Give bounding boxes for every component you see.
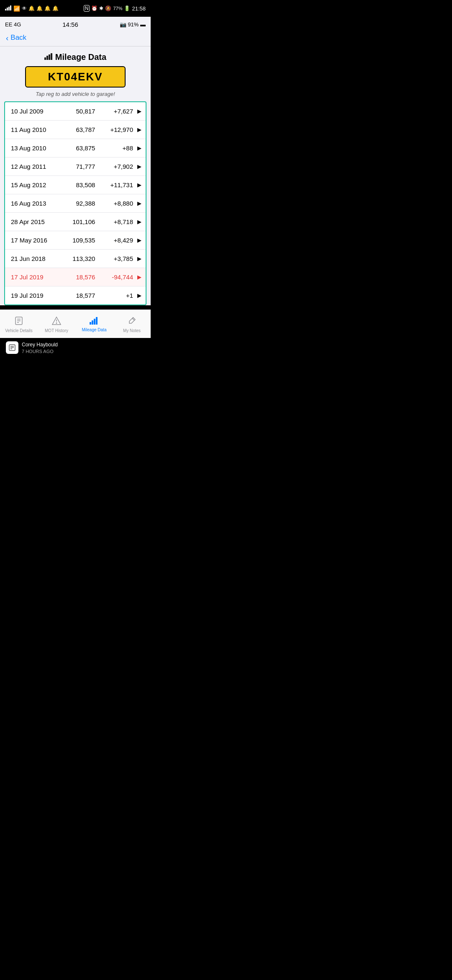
svg-rect-7: [51, 53, 52, 60]
arrow-icon: ▶: [133, 126, 141, 133]
battery-icon-phone: 📷: [120, 21, 126, 28]
table-row[interactable]: 13 Aug 2010 63,875 +88 ▶: [5, 139, 146, 157]
cell-change: +1: [95, 292, 133, 299]
bell4-icon: 🔔: [52, 5, 59, 11]
svg-rect-5: [46, 56, 48, 60]
cell-mileage: 63,875: [57, 144, 95, 152]
cell-date: 13 Aug 2010: [11, 144, 57, 152]
svg-rect-1: [7, 8, 8, 10]
mileage-data-label: Mileage Data: [82, 328, 107, 332]
phone-time: 14:56: [62, 21, 78, 28]
arrow-icon: ▶: [133, 237, 141, 243]
svg-point-14: [56, 322, 56, 323]
arrow-icon: ▶: [133, 255, 141, 262]
cell-change: +7,627: [95, 108, 133, 115]
cell-mileage: 92,388: [57, 200, 95, 207]
cell-mileage: 71,777: [57, 163, 95, 170]
battery-icon: 🔋: [124, 5, 130, 11]
cell-date: 10 Jul 2009: [11, 108, 57, 115]
table-row[interactable]: 28 Apr 2015 101,106 +8,718 ▶: [5, 213, 146, 231]
svg-rect-3: [10, 5, 11, 10]
cell-mileage: 18,577: [57, 292, 95, 299]
my-notes-label: My Notes: [123, 328, 141, 333]
arrow-icon: ▶: [133, 108, 141, 114]
svg-rect-0: [5, 9, 6, 10]
table-row[interactable]: 11 Aug 2010 63,787 +12,970 ▶: [5, 121, 146, 139]
cell-change: -94,744: [95, 273, 133, 281]
bell2-icon: 🔔: [36, 5, 43, 11]
cell-change: +8,718: [95, 218, 133, 225]
arrow-icon: ▶: [133, 274, 141, 280]
cell-mileage: 18,576: [57, 273, 95, 281]
vehicle-details-icon: [14, 316, 23, 327]
notification-strip: Corey Haybould 7 HOURS AGO: [0, 338, 151, 357]
svg-rect-18: [96, 317, 98, 325]
cell-date: 21 Jun 2018: [11, 255, 57, 262]
svg-rect-6: [49, 54, 50, 60]
arrow-icon: ▶: [133, 292, 141, 299]
svg-rect-17: [94, 319, 95, 325]
notif-app-name: Corey Haybould: [22, 341, 58, 348]
bluetooth-icon: ✱: [99, 5, 103, 11]
cell-change: +88: [95, 144, 133, 152]
cell-date: 17 Jul 2019: [11, 273, 57, 281]
wifi-icon: 📶: [13, 5, 20, 12]
back-chevron-icon: ‹: [6, 34, 8, 42]
table-row[interactable]: 17 May 2016 109,535 +8,429 ▶: [5, 231, 146, 250]
cell-mileage: 63,787: [57, 126, 95, 133]
table-row[interactable]: 10 Jul 2009 50,817 +7,627 ▶: [5, 102, 146, 121]
table-row[interactable]: 16 Aug 2013 92,388 +8,880 ▶: [5, 194, 146, 213]
mileage-data-icon: [90, 317, 99, 326]
tap-hint: Tap reg to add vehicle to garage!: [0, 91, 151, 97]
back-button[interactable]: ‹ Back: [6, 34, 145, 42]
table-row-anomaly[interactable]: 17 Jul 2019 18,576 -94,744 ▶: [5, 268, 146, 286]
arrow-icon: ▶: [133, 145, 141, 151]
notif-content: Corey Haybould 7 HOURS AGO: [22, 341, 58, 354]
phone-status-bar: EE 4G 14:56 📷 91% ▬: [0, 17, 151, 32]
svg-rect-4: [44, 57, 46, 60]
main-content: Mileage Data KT04EKV Tap reg to add vehi…: [0, 46, 151, 305]
n-icon: N: [84, 5, 90, 12]
cell-mileage: 101,106: [57, 218, 95, 225]
cell-change: +3,785: [95, 255, 133, 262]
svg-rect-15: [90, 322, 91, 325]
cell-date: 11 Aug 2010: [11, 126, 57, 133]
cell-change: +8,429: [95, 237, 133, 244]
page-title-text: Mileage Data: [55, 52, 106, 62]
tab-bar: Vehicle Details MOT History Mileage Data: [0, 309, 151, 338]
silent-icon: 🔕: [105, 5, 111, 11]
tab-vehicle-details[interactable]: Vehicle Details: [0, 316, 38, 333]
cell-date: 15 Aug 2012: [11, 181, 57, 188]
carrier-label: EE 4G: [5, 21, 21, 28]
time-display: 21:58: [132, 5, 146, 12]
cell-date: 19 Jul 2019: [11, 292, 57, 299]
vehicle-details-label: Vehicle Details: [5, 328, 33, 333]
cell-mileage: 113,320: [57, 255, 95, 262]
reg-plate[interactable]: KT04EKV: [25, 66, 126, 88]
cell-mileage: 83,508: [57, 181, 95, 188]
notif-time: 7 HOURS AGO: [22, 349, 58, 354]
tab-my-notes[interactable]: My Notes: [113, 316, 151, 333]
system-bar-left: 📶 👁 🔔 🔔 🔔 🔔: [5, 5, 59, 12]
my-notes-icon: [127, 316, 136, 327]
eye-icon: 👁: [22, 5, 27, 11]
cell-date: 17 May 2016: [11, 237, 57, 244]
battery-percent: 77%: [113, 6, 122, 11]
back-label: Back: [10, 34, 26, 42]
table-row[interactable]: 21 Jun 2018 113,320 +3,785 ▶: [5, 250, 146, 268]
battery-bar: ▬: [140, 21, 146, 28]
table-row[interactable]: 19 Jul 2019 18,577 +1 ▶: [5, 286, 146, 304]
table-row[interactable]: 12 Aug 2011 71,777 +7,902 ▶: [5, 157, 146, 176]
tab-mot-history[interactable]: MOT History: [38, 316, 75, 333]
tab-mileage-data[interactable]: Mileage Data: [75, 317, 113, 332]
battery-percent-phone: 91%: [128, 21, 139, 28]
cell-date: 16 Aug 2013: [11, 200, 57, 207]
alarm-icon: ⏰: [91, 5, 98, 11]
signal-icon: [5, 5, 12, 11]
cell-change: +12,970: [95, 126, 133, 133]
arrow-icon: ▶: [133, 200, 141, 206]
cell-change: +7,902: [95, 163, 133, 170]
svg-rect-2: [8, 7, 10, 10]
system-bar-right: N ⏰ ✱ 🔕 77% 🔋 21:58: [84, 5, 146, 12]
table-row[interactable]: 15 Aug 2012 83,508 +11,731 ▶: [5, 176, 146, 194]
